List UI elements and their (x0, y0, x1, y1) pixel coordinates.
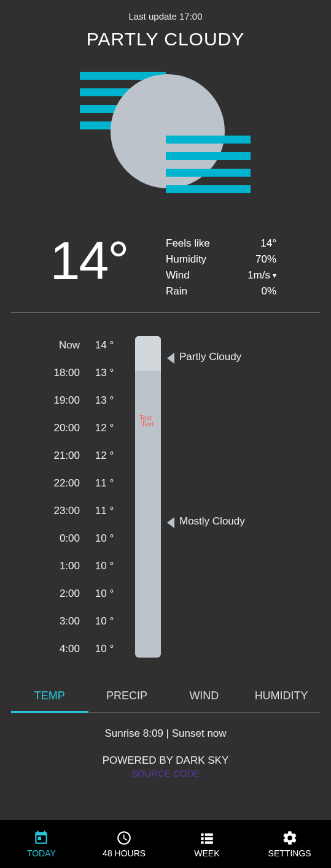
current-details: Feels like 14° Humidity 70% Wind 1m/s ▾ … (166, 234, 319, 301)
hour-value: 11 ° (80, 497, 129, 524)
hour-time: 22:00 (6, 469, 80, 497)
feels-like-value: 14° (260, 237, 276, 250)
tab-precip[interactable]: PRECIP (88, 681, 166, 712)
hour-time: 20:00 (6, 414, 80, 442)
bottom-nav: TODAY 48 HOURS WEEK SETTINGS (0, 820, 331, 868)
tab-wind[interactable]: WIND (166, 681, 243, 712)
pointer-icon (167, 517, 174, 528)
humidity-label: Humidity (166, 253, 206, 266)
feels-like-label: Feels like (166, 237, 210, 250)
hour-value: 10 ° (80, 607, 129, 635)
hour-time: 18:00 (6, 359, 80, 386)
list-icon (199, 830, 215, 846)
tab-humidity[interactable]: HUMIDITY (243, 681, 320, 712)
nav-label: 48 HOURS (103, 848, 146, 858)
source-code-link[interactable]: SOURCE CODE (0, 768, 331, 778)
hour-time: 21:00 (6, 442, 80, 469)
hour-time: 4:00 (6, 635, 80, 663)
last-update-label: Last update 17:00 (12, 0, 319, 21)
hour-value: 12 ° (80, 442, 129, 469)
hour-value: 10 ° (80, 552, 129, 580)
tab-temp[interactable]: TEMP (11, 681, 88, 713)
nav-label: WEEK (194, 848, 219, 858)
hour-value: 11 ° (80, 469, 129, 497)
rain-value: 0% (261, 285, 276, 298)
bar-placeholder-text: Text Text (138, 415, 154, 427)
hour-time: 1:00 (6, 552, 80, 580)
hour-value: 12 ° (80, 414, 129, 442)
calendar-today-icon (33, 830, 49, 846)
hour-value: 10 ° (80, 580, 129, 607)
hour-time: 2:00 (6, 580, 80, 607)
metric-tabs: TEMP PRECIP WIND HUMIDITY (11, 681, 320, 713)
clock-icon (116, 830, 132, 846)
hour-value: 14 ° (80, 331, 129, 359)
temperature-bar: Text Text (129, 336, 163, 658)
forecast-segment-label: Mostly Cloudy (174, 515, 245, 528)
wind-value: 1m/s (247, 269, 270, 282)
rain-label: Rain (166, 285, 187, 298)
wind-label: Wind (166, 269, 190, 282)
current-temperature: 14° (12, 234, 166, 288)
hour-value: 13 ° (80, 386, 129, 414)
sun-times-label: Sunrise 8:09 | Sunset now (0, 728, 331, 740)
hour-time: 0:00 (6, 524, 80, 552)
powered-by-label[interactable]: POWERED BY DARK SKY (0, 755, 331, 767)
humidity-value: 70% (255, 253, 276, 266)
hour-time: 3:00 (6, 607, 80, 635)
hour-value: 13 ° (80, 359, 129, 386)
hour-value: 10 ° (80, 635, 129, 663)
hourly-forecast: Now18:0019:0020:0021:0022:0023:000:001:0… (0, 313, 331, 675)
nav-label: SETTINGS (268, 848, 311, 858)
hour-time: 19:00 (6, 386, 80, 414)
current-weather-icon (12, 68, 319, 215)
nav-settings[interactable]: SETTINGS (248, 820, 331, 868)
hour-value: 10 ° (80, 524, 129, 552)
hour-time: Now (6, 331, 80, 359)
nav-today[interactable]: TODAY (0, 820, 83, 868)
gear-icon (282, 830, 298, 846)
condition-title: PARTLY CLOUDY (12, 29, 319, 50)
cloud-lines-icon (166, 136, 251, 202)
nav-48hours[interactable]: 48 HOURS (83, 820, 166, 868)
nav-label: TODAY (27, 848, 56, 858)
pointer-icon (167, 353, 174, 364)
hour-time: 23:00 (6, 497, 80, 524)
wind-direction-icon: ▾ (273, 271, 276, 280)
nav-week[interactable]: WEEK (166, 820, 249, 868)
forecast-segment-label: Partly Cloudy (174, 351, 241, 363)
